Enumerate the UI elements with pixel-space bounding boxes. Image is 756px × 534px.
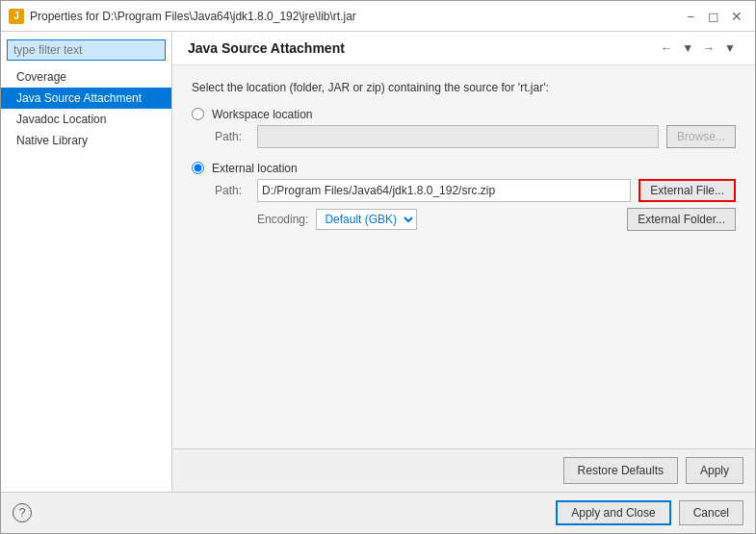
workspace-path-input[interactable] bbox=[257, 125, 659, 148]
workspace-path-label: Path: bbox=[215, 130, 249, 143]
panel-content: Select the location (folder, JAR or zip)… bbox=[172, 65, 755, 448]
window-title: Properties for D:\Program Files\Java64\j… bbox=[30, 10, 356, 23]
workspace-section: Workspace location Path: Browse... bbox=[192, 108, 736, 148]
sidebar-item-javadoc-location[interactable]: Javadoc Location bbox=[1, 109, 171, 130]
encoding-select[interactable]: Default (GBK) bbox=[316, 209, 417, 230]
navigation-arrows: ← ▼ → ▼ bbox=[657, 39, 740, 57]
title-bar: J Properties for D:\Program Files\Java64… bbox=[1, 1, 755, 32]
app-icon: J bbox=[9, 9, 24, 24]
encoding-label: Encoding: bbox=[257, 213, 308, 226]
forward-dropdown2-button[interactable]: ▼ bbox=[720, 39, 740, 57]
external-radio[interactable] bbox=[192, 162, 204, 174]
external-path-row: Path: External File... bbox=[215, 179, 736, 202]
cancel-button[interactable]: Cancel bbox=[679, 500, 743, 525]
panel-header: Java Source Attachment ← ▼ → ▼ bbox=[172, 32, 755, 65]
external-file-button[interactable]: External File... bbox=[639, 179, 736, 202]
external-radio-row: External location bbox=[192, 162, 736, 175]
footer-right: Apply and Close Cancel bbox=[556, 500, 743, 525]
sidebar-item-native-library[interactable]: Native Library bbox=[1, 130, 171, 151]
apply-and-close-button[interactable]: Apply and Close bbox=[556, 500, 670, 525]
sidebar-item-coverage[interactable]: Coverage bbox=[1, 66, 171, 88]
external-path-label: Path: bbox=[215, 184, 249, 197]
maximize-button[interactable]: ◻ bbox=[703, 6, 724, 27]
workspace-radio[interactable] bbox=[192, 108, 204, 120]
help-button[interactable]: ? bbox=[13, 503, 32, 522]
sidebar: Coverage Java Source Attachment Javadoc … bbox=[1, 32, 172, 492]
main-panel: Java Source Attachment ← ▼ → ▼ Select th… bbox=[172, 32, 755, 492]
minimize-button[interactable]: − bbox=[680, 6, 701, 27]
external-folder-button[interactable]: External Folder... bbox=[627, 208, 736, 231]
workspace-path-row: Path: Browse... bbox=[215, 125, 736, 148]
encoding-row: Encoding: Default (GBK) bbox=[215, 208, 627, 231]
sidebar-item-java-source-attachment[interactable]: Java Source Attachment bbox=[1, 88, 171, 109]
content-area: Coverage Java Source Attachment Javadoc … bbox=[1, 32, 755, 492]
panel-title: Java Source Attachment bbox=[188, 40, 345, 56]
restore-defaults-button[interactable]: Restore Defaults bbox=[563, 457, 678, 484]
workspace-browse-button[interactable]: Browse... bbox=[666, 125, 736, 148]
main-window: J Properties for D:\Program Files\Java64… bbox=[0, 0, 756, 534]
bottom-bar: Restore Defaults Apply bbox=[172, 448, 755, 492]
close-button[interactable]: ✕ bbox=[726, 6, 747, 27]
workspace-radio-row: Workspace location bbox=[192, 108, 736, 121]
workspace-radio-label[interactable]: Workspace location bbox=[212, 108, 313, 121]
filter-input[interactable] bbox=[7, 39, 166, 61]
external-section: External location Path: External File...… bbox=[192, 162, 736, 231]
back-button[interactable]: ← bbox=[657, 39, 676, 57]
title-controls: − ◻ ✕ bbox=[680, 6, 747, 27]
panel-description: Select the location (folder, JAR or zip)… bbox=[192, 81, 736, 94]
title-bar-left: J Properties for D:\Program Files\Java64… bbox=[9, 9, 356, 24]
footer-bar: ? Apply and Close Cancel bbox=[1, 492, 755, 533]
forward-dropdown-button[interactable]: ▼ bbox=[678, 39, 697, 57]
external-radio-label[interactable]: External location bbox=[212, 162, 298, 175]
forward-button[interactable]: → bbox=[699, 39, 718, 57]
apply-button[interactable]: Apply bbox=[686, 457, 743, 484]
external-path-input[interactable] bbox=[257, 179, 631, 202]
